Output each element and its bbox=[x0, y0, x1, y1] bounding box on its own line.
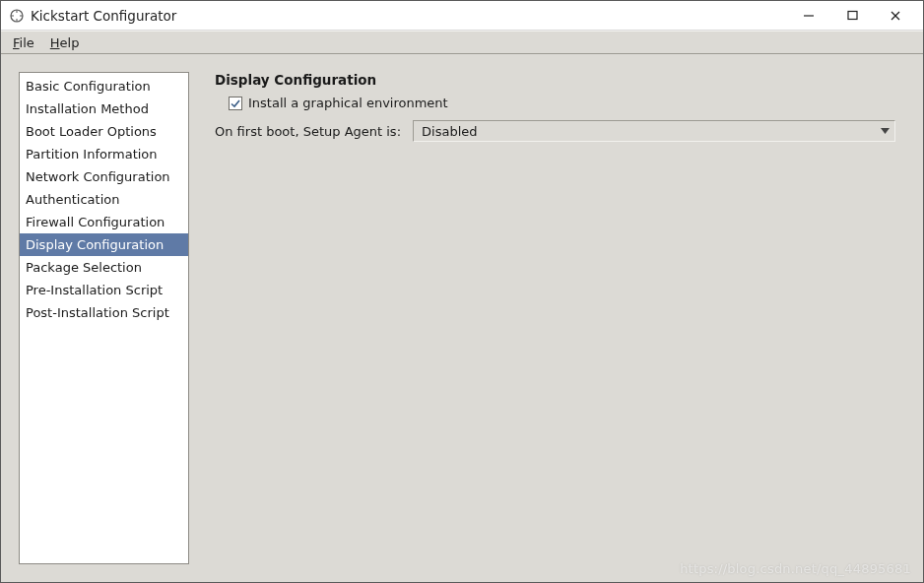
install-graphical-row: Install a graphical environment bbox=[229, 96, 905, 110]
sidebar-item-authentication[interactable]: Authentication bbox=[20, 188, 188, 211]
minimize-button[interactable] bbox=[787, 2, 830, 30]
install-graphical-label: Install a graphical environment bbox=[248, 96, 448, 110]
sidebar-item-pre-installation-script[interactable]: Pre-Installation Script bbox=[20, 279, 188, 301]
svg-rect-2 bbox=[848, 12, 857, 20]
maximize-button[interactable] bbox=[830, 2, 874, 30]
menu-file-label-rest: ile bbox=[20, 35, 34, 50]
menubar: File Help bbox=[1, 31, 923, 54]
svg-marker-5 bbox=[881, 128, 890, 134]
sidebar-item-post-installation-script[interactable]: Post-Installation Script bbox=[20, 301, 188, 324]
sidebar-item-network-configuration[interactable]: Network Configuration bbox=[20, 165, 188, 188]
titlebar: Kickstart Configurator bbox=[1, 1, 923, 31]
close-button[interactable] bbox=[874, 2, 917, 30]
sidebar-item-boot-loader-options[interactable]: Boot Loader Options bbox=[20, 120, 188, 143]
setup-agent-row: On first boot, Setup Agent is: Disabled bbox=[215, 120, 905, 142]
window-title: Kickstart Configurator bbox=[31, 8, 176, 24]
sidebar-item-basic-configuration[interactable]: Basic Configuration bbox=[20, 75, 188, 97]
app-icon bbox=[9, 8, 25, 24]
setup-agent-dropdown[interactable]: Disabled bbox=[413, 120, 895, 142]
menu-help-label-rest: elp bbox=[60, 35, 80, 50]
sidebar-item-installation-method[interactable]: Installation Method bbox=[20, 97, 188, 120]
sidebar-item-firewall-configuration[interactable]: Firewall Configuration bbox=[20, 211, 188, 233]
client-area: Basic Configuration Installation Method … bbox=[1, 54, 923, 582]
menu-help[interactable]: Help bbox=[42, 34, 88, 51]
sidebar-item-package-selection[interactable]: Package Selection bbox=[20, 256, 188, 279]
sidebar: Basic Configuration Installation Method … bbox=[19, 72, 189, 564]
chevron-down-icon bbox=[879, 128, 891, 134]
install-graphical-checkbox[interactable] bbox=[229, 97, 242, 110]
window-controls bbox=[787, 1, 917, 30]
checkmark-icon bbox=[230, 97, 241, 109]
main-panel: Display Configuration Install a graphica… bbox=[189, 72, 905, 564]
menu-file[interactable]: File bbox=[5, 34, 42, 51]
setup-agent-label: On first boot, Setup Agent is: bbox=[215, 124, 401, 139]
sidebar-item-display-configuration[interactable]: Display Configuration bbox=[20, 233, 188, 256]
setup-agent-value: Disabled bbox=[422, 124, 477, 139]
sidebar-item-partition-information[interactable]: Partition Information bbox=[20, 143, 188, 165]
section-title: Display Configuration bbox=[215, 72, 905, 88]
window: Kickstart Configurator File Help Basic C bbox=[0, 0, 924, 583]
